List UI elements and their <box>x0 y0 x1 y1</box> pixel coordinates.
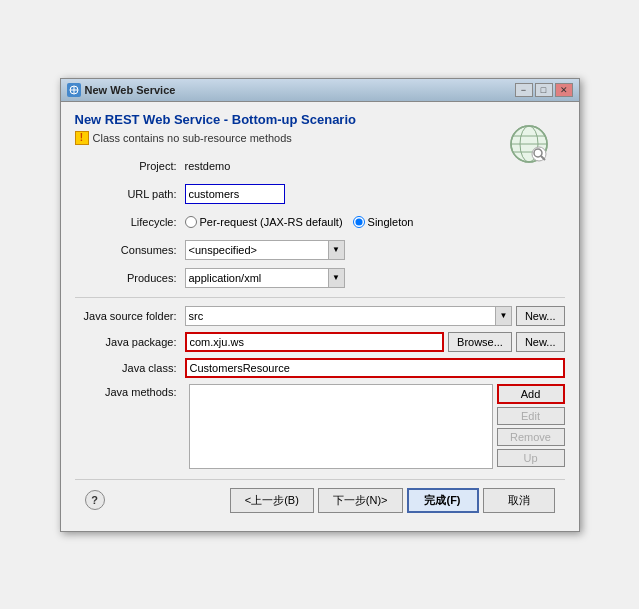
produces-combo[interactable]: application/xml ▼ <box>185 268 345 288</box>
java-class-label: Java class: <box>75 362 185 374</box>
form-area: Project: restdemo URL path: Lifecycle: P… <box>75 155 565 469</box>
dialog-title: New REST Web Service - Bottom-up Scenari… <box>75 112 565 127</box>
lifecycle-row: Lifecycle: Per-request (JAX-RS default) … <box>75 211 565 233</box>
window-controls: − □ ✕ <box>515 83 573 97</box>
project-value: restdemo <box>185 160 231 172</box>
bottom-buttons: <上一步(B) 下一步(N)> 完成(F) 取消 <box>230 488 555 513</box>
java-src-arrow[interactable]: ▼ <box>495 307 511 325</box>
project-label: Project: <box>75 160 185 172</box>
consumes-combo[interactable]: <unspecified> ▼ <box>185 240 345 260</box>
produces-label: Produces: <box>75 272 185 284</box>
java-class-input[interactable] <box>185 358 565 378</box>
java-src-label: Java source folder: <box>75 310 185 322</box>
cancel-button[interactable]: 取消 <box>483 488 555 513</box>
add-method-button[interactable]: Add <box>497 384 565 404</box>
warning-icon: ! <box>75 131 89 145</box>
consumes-arrow[interactable]: ▼ <box>328 241 344 259</box>
lifecycle-singleton-label[interactable]: Singleton <box>353 216 414 228</box>
warning-text: Class contains no sub-resource methods <box>93 132 292 144</box>
java-pkg-label: Java package: <box>75 336 185 348</box>
java-src-value: src <box>186 310 495 322</box>
produces-row: Produces: application/xml ▼ <box>75 267 565 289</box>
new-src-button[interactable]: New... <box>516 306 565 326</box>
java-src-combo[interactable]: src ▼ <box>185 306 512 326</box>
java-src-row: Java source folder: src ▼ New... <box>75 306 565 326</box>
java-class-row: Java class: <box>75 358 565 378</box>
warning-row: ! Class contains no sub-resource methods <box>75 131 565 145</box>
produces-arrow[interactable]: ▼ <box>328 269 344 287</box>
bottom-bar: ? <上一步(B) 下一步(N)> 完成(F) 取消 <box>75 479 565 521</box>
title-bar: New Web Service − □ ✕ <box>61 79 579 102</box>
lifecycle-singleton-radio[interactable] <box>353 216 365 228</box>
java-methods-label: Java methods: <box>75 384 185 469</box>
new-pkg-button[interactable]: New... <box>516 332 565 352</box>
separator <box>75 297 565 298</box>
finish-button[interactable]: 完成(F) <box>407 488 479 513</box>
produces-value: application/xml <box>186 272 328 284</box>
next-button[interactable]: 下一步(N)> <box>318 488 403 513</box>
url-input[interactable] <box>185 184 285 204</box>
window-icon <box>67 83 81 97</box>
java-pkg-input[interactable] <box>185 332 445 352</box>
close-button[interactable]: ✕ <box>555 83 573 97</box>
remove-method-button[interactable]: Remove <box>497 428 565 446</box>
main-window: New Web Service − □ ✕ New REST Web Servi… <box>60 78 580 532</box>
minimize-button[interactable]: − <box>515 83 533 97</box>
lifecycle-per-request-label[interactable]: Per-request (JAX-RS default) <box>185 216 343 228</box>
lifecycle-label: Lifecycle: <box>75 216 185 228</box>
back-button[interactable]: <上一步(B) <box>230 488 314 513</box>
window-title: New Web Service <box>85 84 176 96</box>
lifecycle-per-request-text: Per-request (JAX-RS default) <box>200 216 343 228</box>
project-row: Project: restdemo <box>75 155 565 177</box>
lifecycle-per-request-radio[interactable] <box>185 216 197 228</box>
url-label: URL path: <box>75 188 185 200</box>
help-button[interactable]: ? <box>85 490 105 510</box>
lifecycle-options: Per-request (JAX-RS default) Singleton <box>185 216 414 228</box>
lifecycle-singleton-text: Singleton <box>368 216 414 228</box>
edit-method-button[interactable]: Edit <box>497 407 565 425</box>
java-methods-area: Java methods: Add Edit Remove Up <box>75 384 565 469</box>
consumes-value: <unspecified> <box>186 244 328 256</box>
methods-buttons: Add Edit Remove Up <box>497 384 565 469</box>
consumes-row: Consumes: <unspecified> ▼ <box>75 239 565 261</box>
up-method-button[interactable]: Up <box>497 449 565 467</box>
dialog-content: New REST Web Service - Bottom-up Scenari… <box>61 102 579 531</box>
java-pkg-row: Java package: Browse... New... <box>75 332 565 352</box>
browse-button[interactable]: Browse... <box>448 332 512 352</box>
methods-list <box>189 384 493 469</box>
consumes-label: Consumes: <box>75 244 185 256</box>
maximize-button[interactable]: □ <box>535 83 553 97</box>
title-bar-left: New Web Service <box>67 83 176 97</box>
url-row: URL path: <box>75 183 565 205</box>
